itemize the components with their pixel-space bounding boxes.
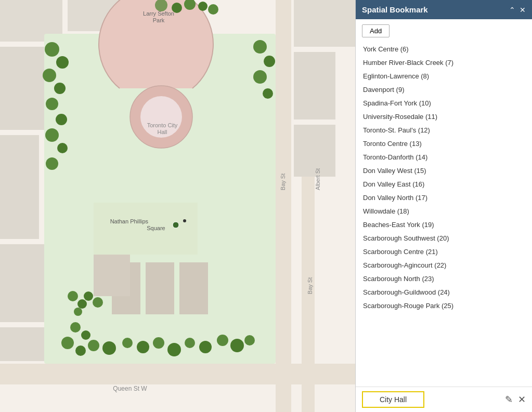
svg-text:Bay St: Bay St [280,174,286,190]
svg-point-43 [122,338,133,348]
svg-point-45 [153,337,164,349]
svg-point-57 [70,322,81,333]
collapse-icon[interactable]: ⌃ [509,6,515,14]
svg-point-25 [208,4,218,15]
footer-actions: ✎ ✕ [505,394,526,405]
close-panel-icon[interactable]: ✕ [520,6,526,14]
svg-point-31 [56,114,67,125]
svg-point-26 [45,42,59,57]
svg-point-50 [230,339,244,352]
svg-point-24 [198,2,207,11]
svg-point-47 [185,338,195,348]
bookmark-list-item[interactable]: Don Valley East (16) [362,178,526,191]
bookmark-list-item[interactable]: University-Rosedale (11) [362,110,526,124]
svg-point-60 [183,219,186,222]
svg-point-37 [253,70,267,84]
svg-point-41 [88,340,99,351]
bookmark-list-item[interactable]: Toronto-Danforth (14) [362,151,526,164]
svg-point-40 [75,345,86,356]
panel-title: Spatial Bookmark [362,5,428,14]
svg-rect-6 [0,47,47,130]
map-area[interactable]: Larry Sefton Park Toronto City Hall Nath… [0,0,355,412]
svg-rect-17 [179,262,208,314]
svg-rect-2 [276,0,291,412]
svg-point-55 [84,291,93,301]
bookmark-list-item[interactable]: Toronto Centre (13) [362,137,526,151]
svg-point-35 [253,40,267,54]
bookmark-list: York Centre (6)Humber River-Black Creek … [362,43,526,313]
svg-rect-14 [94,203,198,255]
svg-text:Queen St W: Queen St W [113,385,147,392]
svg-text:Nathan Phillips: Nathan Phillips [110,218,149,224]
bookmark-list-item[interactable]: Scarborough-Agincourt (22) [362,259,526,272]
panel-header: Spatial Bookmark ⌃ ✕ [356,0,532,19]
svg-point-49 [217,335,228,346]
bookmark-list-item[interactable]: Scarborough Southwest (20) [362,232,526,245]
bookmark-list-item[interactable]: Toronto-St. Paul's (12) [362,124,526,137]
bookmark-list-item[interactable]: Spadina-Fort York (10) [362,97,526,110]
svg-rect-18 [94,255,130,296]
bookmark-list-item[interactable]: Davenport (9) [362,83,526,97]
svg-point-38 [263,88,273,99]
app-container: Larry Sefton Park Toronto City Hall Nath… [0,0,532,412]
svg-point-48 [199,341,212,353]
spatial-bookmark-panel: Spatial Bookmark ⌃ ✕ Add York Centre (6)… [355,0,532,412]
svg-point-27 [56,56,69,69]
svg-point-53 [77,299,87,309]
panel-footer: City Hall ✎ ✕ [356,387,532,412]
svg-rect-11 [294,52,335,119]
bookmark-list-item[interactable]: Scarborough North (23) [362,272,526,286]
svg-point-46 [167,343,181,356]
svg-point-44 [137,341,149,353]
bookmark-list-item[interactable]: Scarborough Centre (21) [362,245,526,259]
svg-rect-16 [146,262,174,314]
map-svg: Larry Sefton Park Toronto City Hall Nath… [0,0,355,412]
svg-point-34 [46,157,58,170]
svg-point-33 [57,143,68,153]
bookmark-list-item[interactable]: Scarborough-Guildwood (24) [362,286,526,299]
svg-text:Larry Sefton: Larry Sefton [143,10,174,17]
panel-header-icons: ⌃ ✕ [509,6,526,14]
svg-text:Square: Square [147,225,165,231]
svg-text:Toronto City: Toronto City [147,122,178,128]
bookmark-list-item[interactable]: Willowdale (18) [362,205,526,218]
svg-point-59 [173,222,179,228]
add-button[interactable]: Add [362,24,390,37]
svg-point-30 [46,98,58,110]
svg-point-32 [45,128,59,142]
svg-point-29 [54,83,66,94]
bookmark-list-item[interactable]: Don Valley North (17) [362,191,526,205]
svg-point-56 [93,297,103,308]
selected-bookmark-name: City Hall [362,391,424,408]
svg-text:Albert St: Albert St [315,168,321,190]
svg-point-52 [68,291,78,301]
svg-text:Park: Park [153,17,165,23]
bookmark-list-item[interactable]: York Centre (6) [362,43,526,56]
panel-body: Add York Centre (6)Humber River-Black Cr… [356,19,532,387]
svg-point-54 [74,308,82,316]
svg-point-28 [43,69,56,82]
delete-bookmark-button[interactable]: ✕ [518,394,526,405]
svg-point-39 [61,337,74,349]
bookmark-list-item[interactable]: Eglinton-Lawrence (8) [362,70,526,83]
svg-point-51 [244,335,255,345]
svg-text:Hall: Hall [158,129,167,135]
svg-point-58 [81,330,90,340]
svg-rect-7 [0,135,39,239]
svg-rect-10 [294,0,355,47]
svg-text:Bay St: Bay St [307,277,313,294]
edit-bookmark-button[interactable]: ✎ [505,394,513,405]
bookmark-list-item[interactable]: Humber River-Black Creek (7) [362,56,526,70]
svg-point-42 [102,341,116,355]
bookmark-list-item[interactable]: Scarborough-Rouge Park (25) [362,299,526,313]
svg-point-36 [264,56,275,67]
bookmark-list-item[interactable]: Don Valley West (15) [362,164,526,178]
bookmark-list-item[interactable]: Beaches-East York (19) [362,218,526,232]
